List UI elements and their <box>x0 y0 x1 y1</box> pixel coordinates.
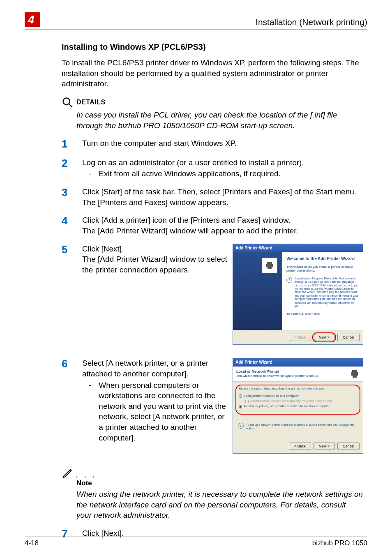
wizard-tip-text: To set up a network printer that is not … <box>246 423 358 431</box>
step-number: 3 <box>62 187 72 208</box>
wizard-step-subtitle: The wizard needs to know which type of p… <box>236 374 319 378</box>
wizard-prompt: Select the option that describes the pri… <box>239 387 357 391</box>
step-1: 1 Turn on the computer and start Windows… <box>62 138 363 150</box>
svg-point-0 <box>63 98 70 104</box>
wizard-titlebar: Add Printer Wizard <box>233 244 363 252</box>
step-3: 3 Click [Start] of the task bar. Then, s… <box>62 187 363 208</box>
step-text: Log on as an administrator (or a user en… <box>82 157 363 168</box>
note-label: Note <box>62 479 363 487</box>
radio-network-printer[interactable]: A network printer, or a printer attached… <box>239 404 357 409</box>
page-footer: 4-18 bizhub PRO 1050 <box>25 537 367 547</box>
chapter-number-badge: 4 <box>25 12 40 27</box>
radio-local-printer[interactable]: Local printer attached to this computer <box>239 394 357 399</box>
page-title: Installation (Network printing) <box>256 17 367 27</box>
add-printer-wizard-type: Add Printer Wizard Local or Network Prin… <box>233 358 363 454</box>
wizard-titlebar: Add Printer Wizard <box>233 358 363 367</box>
step-result: The [Add Printer Wizard] window to selec… <box>82 254 228 275</box>
step-result: The [Printers and Faxes] window appears. <box>82 197 363 208</box>
wizard-side-banner <box>233 252 282 330</box>
step-text: Select [A network printer, or a printer … <box>82 358 228 379</box>
note-text: When using the network printer, it is ne… <box>62 489 363 521</box>
next-button[interactable]: Next > <box>314 443 335 450</box>
step-subtext: Exit from all active Windows application… <box>99 168 280 179</box>
step-number: 4 <box>62 215 72 236</box>
printer-icon <box>350 369 360 379</box>
page-number: 4-18 <box>25 539 39 547</box>
step-number: 2 <box>62 157 72 179</box>
step-2: 2 Log on as an administrator (or a user … <box>62 157 363 179</box>
info-icon: i <box>286 277 292 283</box>
step-6: 6 Select [A network printer, or a printe… <box>62 358 363 459</box>
step-number: 1 <box>62 138 72 150</box>
svg-line-1 <box>69 104 72 107</box>
step-4: 4 Click [Add a printer] icon of the [Pri… <box>62 215 363 236</box>
cancel-button[interactable]: Cancel <box>337 334 360 341</box>
pencil-icon <box>62 467 74 479</box>
details-label: DETAILS <box>76 99 106 106</box>
step-text: Click [Add a printer] icon of the [Print… <box>82 215 363 226</box>
magnifier-icon <box>62 97 73 108</box>
cancel-button[interactable]: Cancel <box>337 443 360 450</box>
back-button[interactable]: < Back <box>289 443 311 450</box>
page-header: 4 Installation (Network printing) <box>25 12 367 30</box>
step-result: The [Add Printer Wizard] window will app… <box>82 226 363 236</box>
back-button[interactable]: < Back <box>289 334 311 341</box>
step-number: 5 <box>62 244 72 351</box>
wizard-continue-text: To continue, click Next. <box>286 312 360 316</box>
next-button[interactable]: Next > <box>314 334 335 341</box>
step-text: Click [Next]. <box>82 244 228 254</box>
checkbox-auto-detect[interactable]: Automatically detect and install my Plug… <box>239 399 357 404</box>
wizard-step-title: Local or Network Printer <box>236 369 319 374</box>
wizard-welcome-sub: This wizard helps you install a printer … <box>286 265 360 273</box>
product-name: bizhub PRO 1050 <box>312 539 367 547</box>
wizard-welcome-heading: Welcome to the Add Printer Wizard <box>286 256 360 262</box>
details-callout: DETAILS In case you install the PCL driv… <box>62 97 363 131</box>
step-5: 5 Click [Next]. The [Add Printer Wizard]… <box>62 244 363 351</box>
note-callout: . . . <box>62 467 363 479</box>
info-icon: i <box>238 423 244 429</box>
step-text: Click [Start] of the task bar. Then, sel… <box>82 187 363 197</box>
step-text: Turn on the computer and start Windows X… <box>82 138 363 150</box>
intro-paragraph: To install the PCL6/PS3 printer driver t… <box>62 58 363 89</box>
details-text: In case you install the PCL driver, you … <box>62 110 363 131</box>
wizard-info-text: If you have a Plug and Play printer that… <box>295 277 360 308</box>
printer-icon <box>265 261 274 270</box>
add-printer-wizard-welcome: Add Printer Wizard Welcome to the Add Pr… <box>233 244 363 345</box>
step-number: 6 <box>62 358 72 459</box>
section-heading: Installing to Windows XP (PCL6/PS3) <box>62 42 363 52</box>
step-subtext: When personal computers or workstations … <box>99 380 228 443</box>
